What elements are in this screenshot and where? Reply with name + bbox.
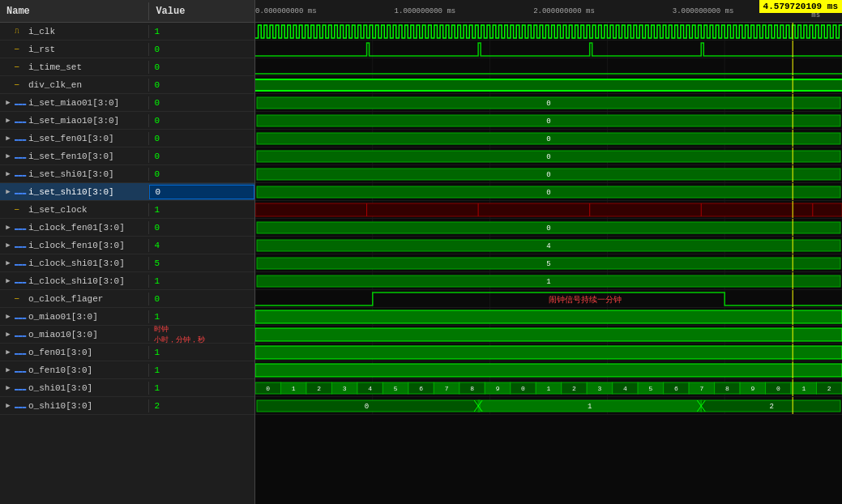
signal-row[interactable]: ▶▬▬o_fen01[3:0]1 bbox=[0, 344, 254, 361]
signal-name-text: o_miao10[3:0] bbox=[28, 330, 98, 340]
expand-button[interactable]: ▶ bbox=[3, 116, 13, 126]
expand-button[interactable]: ▶ bbox=[3, 134, 13, 143]
expand-button[interactable]: ▶ bbox=[3, 348, 13, 357]
signal-name-cell: ▶▬▬o_shi10[3:0] bbox=[0, 399, 149, 412]
signal-name-cell: ▶▬▬o_shi01[3:0] bbox=[0, 382, 149, 395]
waveform-row bbox=[255, 379, 842, 397]
wave-canvas bbox=[255, 183, 842, 201]
expand-button[interactable]: ▶ bbox=[3, 241, 13, 250]
signal-name-cell: ▶▬▬i_clock_shi10[3:0] bbox=[0, 275, 149, 288]
wave-canvas bbox=[255, 112, 842, 130]
signal-name-cell: ▶▬▬i_set_shi01[3:0] bbox=[0, 168, 149, 181]
left-header: Name Value bbox=[0, 0, 254, 23]
signal-row[interactable]: ▶▬▬i_set_fen01[3:0]0 bbox=[0, 130, 254, 147]
waveform-row bbox=[255, 183, 842, 201]
signal-row[interactable]: ⎍i_clk1 bbox=[0, 23, 254, 41]
expand-button[interactable]: ▶ bbox=[3, 312, 13, 322]
signal-name-text: o_miao01[3:0] bbox=[28, 312, 98, 322]
expand-button[interactable]: ▶ bbox=[3, 383, 13, 393]
wave-canvas bbox=[255, 326, 842, 344]
signal-row[interactable]: ▶▬▬o_miao10[3:0]时钟小时，分钟，秒 bbox=[0, 326, 254, 344]
signal-name-text: o_clock_flager bbox=[28, 294, 103, 304]
signal-value-cell: 5 bbox=[149, 257, 254, 270]
signal-row[interactable]: ─i_rst0 bbox=[0, 41, 254, 58]
signal-name-cell: ▶▬▬i_set_fen10[3:0] bbox=[0, 150, 149, 163]
expand-button[interactable]: ▶ bbox=[3, 401, 13, 411]
waveform-row bbox=[255, 165, 842, 183]
expand-button[interactable]: ▶ bbox=[3, 223, 13, 233]
signal-row[interactable]: ▶▬▬i_clock_fen01[3:0]0 bbox=[0, 219, 254, 237]
name-column-header: Name bbox=[0, 2, 149, 20]
expand-button[interactable]: ▶ bbox=[3, 365, 13, 375]
signal-row[interactable]: ─i_time_set0 bbox=[0, 58, 254, 76]
signal-name-text: i_set_miao10[3:0] bbox=[28, 116, 119, 126]
signal-row[interactable]: ─div_clk_en0 bbox=[0, 76, 254, 94]
signal-name-text: i_set_fen10[3:0] bbox=[28, 152, 114, 161]
waveform-row bbox=[255, 94, 842, 112]
signal-name-cell: ▶▬▬i_set_miao10[3:0] bbox=[0, 114, 149, 127]
right-panel: 0.000000000 ms1.000000000 ms2.000000000 … bbox=[255, 0, 842, 504]
signal-row[interactable]: ▶▬▬i_set_shi01[3:0]0 bbox=[0, 165, 254, 183]
signal-name-text: i_rst bbox=[28, 45, 55, 54]
expand-button[interactable]: ▶ bbox=[3, 258, 13, 268]
wave-canvas bbox=[255, 94, 842, 112]
signal-name-text: o_shi10[3:0] bbox=[28, 401, 92, 411]
bus-icon: ▬▬ bbox=[15, 348, 26, 357]
expand-button[interactable]: ▶ bbox=[3, 330, 13, 340]
signal-name-cell: ▶▬▬i_set_fen01[3:0] bbox=[0, 132, 149, 145]
signal-row[interactable]: ▶▬▬i_clock_shi10[3:0]1 bbox=[0, 272, 254, 290]
waveforms-area[interactable] bbox=[255, 23, 842, 504]
signal-value-cell: 0 bbox=[149, 221, 254, 234]
signal-row[interactable]: ▶▬▬i_set_fen10[3:0]0 bbox=[0, 147, 254, 165]
signal-row[interactable]: ▶▬▬o_shi10[3:0]2 bbox=[0, 397, 254, 415]
signal-row[interactable]: ▶▬▬o_shi01[3:0]1 bbox=[0, 379, 254, 397]
waveform-row bbox=[255, 23, 842, 41]
signal-row[interactable]: ─o_clock_flager0 bbox=[0, 290, 254, 308]
signal-name-cell: ▶▬▬o_fen01[3:0] bbox=[0, 346, 149, 359]
signal-name-text: i_clock_shi01[3:0] bbox=[28, 258, 125, 268]
value-column-header: Value bbox=[149, 2, 254, 20]
signal-name-text: i_set_miao01[3:0] bbox=[28, 98, 119, 108]
signal-name-cell: ⎍i_clk bbox=[0, 25, 149, 38]
waveform-row bbox=[255, 308, 842, 326]
signal-row[interactable]: ▶▬▬i_set_shi10[3:0]0 bbox=[0, 183, 254, 201]
clock-icon: ⎍ bbox=[15, 28, 26, 36]
bus-icon: ▬▬ bbox=[15, 99, 26, 107]
signal-name-cell: ─i_set_clock bbox=[0, 203, 149, 216]
bus-icon: ▬▬ bbox=[15, 384, 26, 392]
waveform-row bbox=[255, 219, 842, 237]
bus-icon: ▬▬ bbox=[15, 135, 26, 143]
signal-rows[interactable]: ⎍i_clk1─i_rst0─i_time_set0─div_clk_en0▶▬… bbox=[0, 23, 254, 504]
signal-row[interactable]: ▶▬▬i_clock_shi01[3:0]5 bbox=[0, 254, 254, 272]
signal-row[interactable]: ─i_set_clock1 bbox=[0, 201, 254, 219]
expand-button[interactable]: ▶ bbox=[3, 152, 13, 161]
signal-name-cell: ▶▬▬i_set_shi10[3:0] bbox=[0, 186, 149, 199]
bus-icon: ▬▬ bbox=[15, 366, 26, 374]
waveform-row bbox=[255, 130, 842, 147]
signal-value-cell: 1 bbox=[149, 382, 254, 395]
signal-name-text: o_shi01[3:0] bbox=[28, 383, 92, 393]
signal-row[interactable]: ▶▬▬i_set_miao10[3:0]0 bbox=[0, 112, 254, 130]
expand-button[interactable]: ▶ bbox=[3, 98, 13, 108]
waveform-row bbox=[255, 361, 842, 379]
wave-canvas bbox=[255, 344, 842, 361]
expand-button[interactable]: ▶ bbox=[3, 276, 13, 286]
bus-icon: ▬▬ bbox=[15, 188, 26, 196]
time-header: 0.000000000 ms1.000000000 ms2.000000000 … bbox=[255, 0, 842, 23]
waveform-row bbox=[255, 290, 842, 308]
signal-row[interactable]: ▶▬▬i_clock_fen10[3:0]4 bbox=[0, 237, 254, 254]
signal-name-text: i_set_clock bbox=[28, 205, 88, 215]
expand-button[interactable]: ▶ bbox=[3, 187, 13, 197]
signal-name-cell: ─div_clk_en bbox=[0, 79, 149, 92]
expand-button[interactable]: ▶ bbox=[3, 169, 13, 179]
wire-icon: ─ bbox=[15, 295, 26, 303]
signal-name-cell: ▶▬▬i_clock_shi01[3:0] bbox=[0, 257, 149, 270]
waveform-row bbox=[255, 112, 842, 130]
signal-row[interactable]: ▶▬▬i_set_miao01[3:0]0 bbox=[0, 94, 254, 112]
signal-row[interactable]: ▶▬▬o_fen10[3:0]1 bbox=[0, 361, 254, 379]
wire-icon: ─ bbox=[15, 63, 26, 71]
signal-name-text: i_clock_fen01[3:0] bbox=[28, 223, 125, 233]
signal-name-cell: ▶▬▬i_clock_fen01[3:0] bbox=[0, 221, 149, 234]
signal-value-cell: 1 bbox=[149, 310, 254, 323]
waveform-row bbox=[255, 147, 842, 165]
